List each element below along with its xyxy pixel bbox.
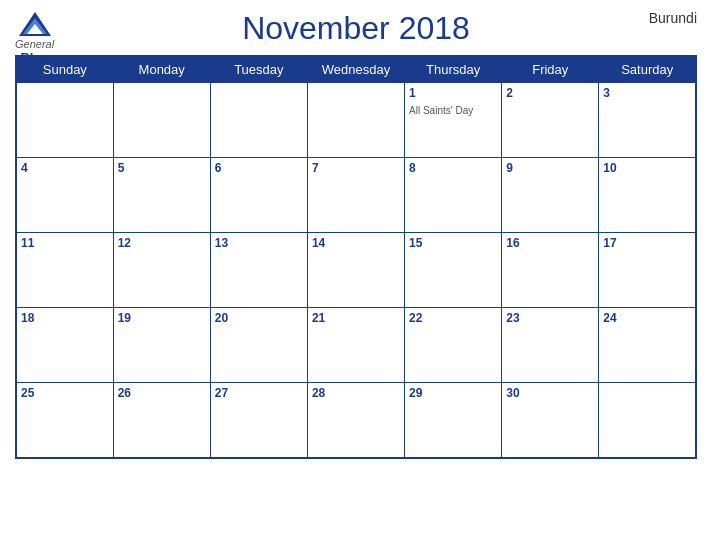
day-number: 19 [118,311,206,325]
calendar-cell: 5 [113,158,210,233]
week-row-2: 45678910 [16,158,696,233]
calendar-cell: 3 [599,83,696,158]
calendar-cell: 20 [210,308,307,383]
day-number: 12 [118,236,206,250]
day-header-wednesday: Wednesday [307,56,404,83]
calendar-grid: SundayMondayTuesdayWednesdayThursdayFrid… [15,55,697,459]
day-number: 20 [215,311,303,325]
day-header-thursday: Thursday [405,56,502,83]
calendar-cell: 16 [502,233,599,308]
day-number: 15 [409,236,497,250]
generalblue-logo-icon [17,10,53,38]
day-number: 3 [603,86,691,100]
calendar-cell: 13 [210,233,307,308]
calendar-cell: 10 [599,158,696,233]
calendar-cell: 18 [16,308,113,383]
day-headers-row: SundayMondayTuesdayWednesdayThursdayFrid… [16,56,696,83]
day-number: 14 [312,236,400,250]
calendar-cell: 14 [307,233,404,308]
day-number: 24 [603,311,691,325]
calendar-cell: 26 [113,383,210,458]
day-number: 9 [506,161,594,175]
week-row-4: 18192021222324 [16,308,696,383]
day-number: 17 [603,236,691,250]
calendar-cell: 29 [405,383,502,458]
month-title: November 2018 [242,10,470,47]
day-number: 13 [215,236,303,250]
calendar-cell: 7 [307,158,404,233]
calendar-cell: 25 [16,383,113,458]
calendar-container: General Blue November 2018 Burundi Sunda… [0,0,712,550]
day-header-friday: Friday [502,56,599,83]
day-number: 8 [409,161,497,175]
calendar-cell [113,83,210,158]
calendar-header: General Blue November 2018 Burundi [15,10,697,47]
day-number: 22 [409,311,497,325]
day-number: 30 [506,386,594,400]
calendar-cell [599,383,696,458]
week-row-5: 252627282930 [16,383,696,458]
day-number: 5 [118,161,206,175]
day-number: 29 [409,386,497,400]
day-number: 18 [21,311,109,325]
logo-area: General Blue [15,10,54,65]
day-number: 1 [409,86,497,100]
calendar-cell: 30 [502,383,599,458]
holiday-text: All Saints' Day [409,105,473,116]
calendar-cell: 4 [16,158,113,233]
week-row-1: 1All Saints' Day23 [16,83,696,158]
day-number: 2 [506,86,594,100]
calendar-cell: 15 [405,233,502,308]
day-number: 21 [312,311,400,325]
calendar-cell: 17 [599,233,696,308]
calendar-cell [16,83,113,158]
calendar-cell: 21 [307,308,404,383]
calendar-cell: 27 [210,383,307,458]
day-number: 27 [215,386,303,400]
day-number: 10 [603,161,691,175]
calendar-cell: 8 [405,158,502,233]
calendar-cell: 19 [113,308,210,383]
day-number: 23 [506,311,594,325]
calendar-cell: 28 [307,383,404,458]
logo-blue-text: Blue [20,50,48,65]
day-number: 16 [506,236,594,250]
day-number: 6 [215,161,303,175]
week-row-3: 11121314151617 [16,233,696,308]
day-header-monday: Monday [113,56,210,83]
calendar-cell: 1All Saints' Day [405,83,502,158]
calendar-cell: 9 [502,158,599,233]
day-number: 25 [21,386,109,400]
country-label: Burundi [649,10,697,26]
calendar-cell: 23 [502,308,599,383]
calendar-cell: 2 [502,83,599,158]
day-header-tuesday: Tuesday [210,56,307,83]
calendar-cell: 22 [405,308,502,383]
logo-general-text: General [15,38,54,50]
calendar-cell [210,83,307,158]
day-number: 7 [312,161,400,175]
day-number: 4 [21,161,109,175]
day-number: 28 [312,386,400,400]
day-header-saturday: Saturday [599,56,696,83]
calendar-cell: 12 [113,233,210,308]
calendar-cell: 11 [16,233,113,308]
calendar-cell: 24 [599,308,696,383]
calendar-cell [307,83,404,158]
day-number: 26 [118,386,206,400]
day-number: 11 [21,236,109,250]
calendar-cell: 6 [210,158,307,233]
